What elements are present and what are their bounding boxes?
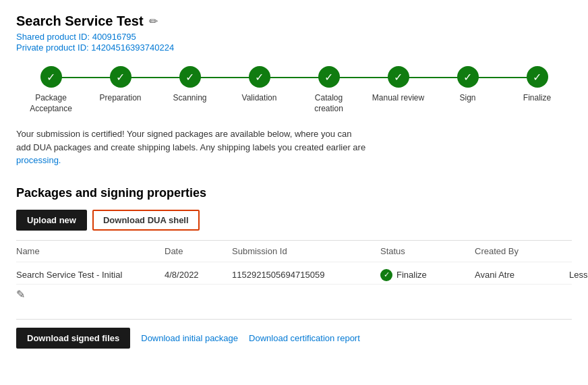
step-circle-3: ✓: [249, 66, 270, 88]
step-circle-1: ✓: [110, 66, 131, 88]
download-signed-button[interactable]: Download signed files: [16, 328, 130, 349]
download-initial-link[interactable]: Download initial package: [141, 328, 238, 349]
col-date: Date: [165, 246, 232, 256]
step-4: ✓Catalog creation: [294, 66, 363, 114]
notification-text: Your submission is certified! Your signe…: [16, 127, 394, 167]
row-date: 4/8/2022: [165, 270, 232, 280]
progress-steps: ✓Package Acceptance✓Preparation✓Scanning…: [16, 66, 572, 114]
step-circle-0: ✓: [40, 66, 62, 88]
download-dua-button[interactable]: Download DUA shell: [92, 210, 200, 231]
section-title: Packages and signing properties: [16, 186, 572, 200]
table-row: Search Service Test - Initial 4/8/2022 1…: [16, 262, 572, 308]
step-circle-4: ✓: [318, 66, 340, 88]
col-created-by: Created By: [475, 246, 569, 256]
step-2: ✓Scanning: [155, 66, 225, 104]
step-label-7: Finalize: [523, 93, 551, 104]
row-name: Search Service Test - Initial: [16, 270, 165, 280]
status-icon: ✓: [380, 269, 392, 281]
row-created-by: Avani Atre: [475, 270, 569, 280]
step-label-5: Manual review: [372, 93, 424, 104]
row-edit-icon[interactable]: ✎: [16, 289, 25, 300]
shared-product-id: Shared product ID: 400916795: [16, 32, 572, 42]
row-submission-id: 11529215056947150​59: [232, 270, 380, 280]
step-label-0: Package Acceptance: [30, 93, 72, 114]
step-1: ✓Preparation: [86, 66, 155, 104]
step-label-2: Scanning: [173, 93, 206, 104]
step-label-1: Preparation: [99, 93, 141, 104]
download-cert-link[interactable]: Download certification report: [249, 328, 360, 349]
table-header: Name Date Submission Id Status Created B…: [16, 241, 572, 262]
page-title: Search Service Test: [16, 13, 144, 29]
step-label-4: Catalog creation: [314, 93, 343, 114]
edit-title-icon[interactable]: ✏: [149, 15, 158, 28]
step-5: ✓Manual review: [363, 66, 433, 104]
step-label-3: Validation: [242, 93, 277, 104]
step-circle-5: ✓: [388, 66, 409, 88]
less-toggle[interactable]: Less ∧: [569, 270, 588, 280]
step-circle-2: ✓: [179, 66, 201, 88]
packages-table: Name Date Submission Id Status Created B…: [16, 240, 572, 308]
step-circle-7: ✓: [527, 66, 548, 88]
row-status: ✓ Finalize: [380, 269, 475, 281]
footer-buttons: Download signed files Download initial p…: [16, 319, 572, 349]
processing-link[interactable]: processing.: [16, 155, 61, 165]
step-7: ✓Finalize: [502, 66, 572, 104]
step-3: ✓Validation: [225, 66, 294, 104]
col-submission-id: Submission Id: [232, 246, 380, 256]
upload-new-button[interactable]: Upload new: [16, 210, 87, 231]
step-0: ✓Package Acceptance: [16, 66, 86, 114]
step-6: ✓Sign: [433, 66, 502, 104]
col-status: Status: [380, 246, 475, 256]
step-circle-6: ✓: [457, 66, 479, 88]
col-name: Name: [16, 246, 165, 256]
step-label-6: Sign: [459, 93, 475, 104]
private-product-id: Private product ID: 14204516393740224: [16, 42, 572, 53]
